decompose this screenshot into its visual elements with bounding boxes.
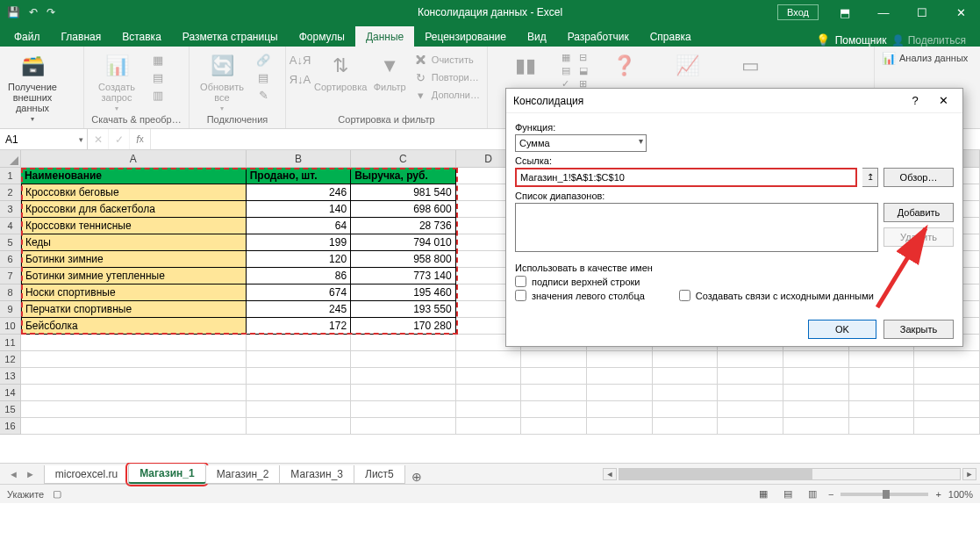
row-header[interactable]: 4 [0, 218, 21, 234]
sort-button[interactable]: ⇅Сортировка [314, 50, 367, 92]
cell[interactable]: 246 [247, 184, 351, 201]
cell[interactable] [247, 351, 351, 368]
rb-conn-3[interactable]: ✎ [254, 87, 272, 103]
view-pagelayout-icon[interactable]: ▤ [779, 487, 797, 501]
cell[interactable] [21, 385, 247, 401]
data-analysis[interactable]: 📊Анализ данных [880, 50, 969, 66]
login-button[interactable]: Вход [777, 4, 819, 20]
sheet-tab[interactable]: Магазин_1 [128, 465, 206, 484]
hscroll-right-icon[interactable]: ► [962, 468, 976, 480]
collapse-dialog-icon[interactable]: ↥ [862, 168, 878, 187]
cell[interactable] [587, 368, 653, 385]
cell[interactable] [247, 418, 351, 435]
cell[interactable] [21, 418, 247, 435]
cell[interactable] [456, 351, 522, 368]
cell[interactable]: 86 [247, 268, 351, 285]
row-header[interactable]: 8 [0, 285, 21, 301]
row-header[interactable]: 9 [0, 301, 21, 318]
cell[interactable]: 172 [247, 318, 351, 335]
cell[interactable]: 981 540 [351, 184, 455, 201]
reference-input[interactable] [515, 168, 857, 187]
cell[interactable] [783, 418, 849, 435]
cell[interactable] [521, 351, 587, 368]
cell[interactable] [653, 418, 719, 435]
cell[interactable]: 698 600 [351, 201, 455, 218]
cell[interactable]: Ботинки зимние [21, 251, 247, 268]
sheet-tab[interactable]: Магазин_2 [205, 465, 281, 484]
cell[interactable] [587, 418, 653, 435]
tab-file[interactable]: Файл [4, 26, 51, 47]
cell[interactable] [247, 385, 351, 401]
cell[interactable] [521, 418, 587, 435]
view-normal-icon[interactable]: ▦ [755, 487, 772, 501]
cell[interactable] [914, 368, 980, 385]
cell[interactable]: Кроссовки беговые [21, 184, 247, 201]
text-to-columns[interactable]: ▮▮ [498, 50, 553, 80]
cell[interactable] [247, 335, 351, 351]
row-header[interactable]: 10 [0, 318, 21, 335]
cell[interactable]: 193 550 [351, 301, 455, 318]
cell[interactable] [456, 401, 522, 418]
sheet-tab[interactable]: microexcel.ru [44, 465, 129, 484]
sheet-tab[interactable]: Лист5 [354, 465, 405, 484]
left-col-checkbox[interactable]: значения левого столбца [515, 290, 653, 301]
tab-formulas[interactable]: Формулы [289, 26, 355, 47]
row-header[interactable]: 12 [0, 351, 21, 368]
cell[interactable] [351, 418, 455, 435]
cell[interactable] [914, 401, 980, 418]
col-header[interactable]: A [21, 150, 247, 167]
fx-icon[interactable]: fx [130, 129, 151, 149]
cell[interactable]: 245 [247, 301, 351, 318]
cell[interactable] [849, 385, 915, 401]
top-row-checkbox[interactable]: подписи верхней строки [515, 276, 653, 287]
hscroll-thumb[interactable] [619, 469, 812, 479]
cell[interactable] [849, 418, 915, 435]
cell[interactable]: 773 140 [351, 268, 455, 285]
cell[interactable] [351, 351, 455, 368]
create-links-checkbox[interactable]: Создавать связи с исходными данными [679, 290, 874, 301]
tell-me[interactable]: Помощник [835, 34, 887, 47]
cell[interactable] [718, 385, 783, 401]
function-select[interactable] [515, 134, 647, 152]
refresh-all[interactable]: 🔄Обновить все▾ [195, 50, 249, 112]
minimize-icon[interactable]: — [864, 0, 903, 25]
sheet-prev-icon[interactable]: ◄ [9, 469, 18, 479]
cell[interactable] [587, 351, 653, 368]
filter-button[interactable]: ▼Фильтр [372, 50, 406, 92]
row-header[interactable]: 6 [0, 251, 21, 268]
macro-rec-icon[interactable]: ▢ [53, 488, 61, 500]
row-header[interactable]: 5 [0, 234, 21, 251]
cell[interactable] [849, 368, 915, 385]
row-header[interactable]: 11 [0, 335, 21, 351]
cell[interactable]: Бейсболка [21, 318, 247, 335]
cell[interactable] [718, 351, 783, 368]
cell[interactable]: Носки спортивные [21, 285, 247, 301]
cell[interactable] [247, 368, 351, 385]
cell[interactable] [351, 335, 455, 351]
cell[interactable] [521, 401, 587, 418]
cell[interactable]: 195 460 [351, 285, 455, 301]
ribbon-options-icon[interactable]: ⬒ [826, 0, 864, 25]
cell[interactable] [849, 351, 915, 368]
cell[interactable] [21, 401, 247, 418]
cell[interactable]: 140 [247, 201, 351, 218]
advanced-filter[interactable]: ▾Дополни… [412, 87, 482, 103]
cell[interactable]: Ботинки зимние утепленные [21, 268, 247, 285]
zoom-out-icon[interactable]: − [828, 489, 833, 500]
cell[interactable]: 794 010 [351, 234, 455, 251]
cell[interactable] [521, 385, 587, 401]
enter-icon[interactable]: ✓ [109, 129, 130, 149]
hscroll-track[interactable] [619, 468, 961, 480]
maximize-icon[interactable]: ☐ [903, 0, 941, 25]
reapply-filter[interactable]: ↻Повтори… [412, 69, 482, 85]
cell[interactable]: Продано, шт. [247, 168, 351, 184]
cell[interactable]: 28 736 [351, 218, 455, 234]
cell[interactable] [783, 385, 849, 401]
view-pagebreak-icon[interactable]: ▥ [804, 487, 821, 501]
cell[interactable]: 958 800 [351, 251, 455, 268]
cell[interactable] [783, 368, 849, 385]
cell[interactable] [914, 418, 980, 435]
forecast[interactable]: 📈 [660, 50, 714, 80]
cell[interactable] [783, 401, 849, 418]
cell[interactable]: 120 [247, 251, 351, 268]
